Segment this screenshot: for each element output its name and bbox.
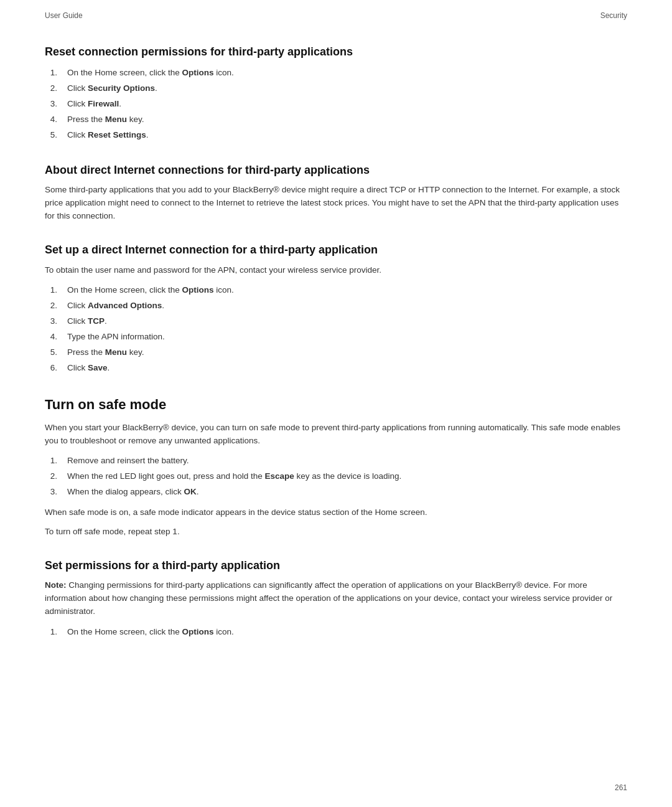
steps-set-permissions: 1.On the Home screen, click the Options … bbox=[45, 625, 627, 640]
list-item: 2.Click Security Options. bbox=[45, 81, 627, 97]
section-about-direct-internet: About direct Internet connections for th… bbox=[45, 163, 627, 223]
list-item: 1.On the Home screen, click the Options … bbox=[45, 625, 627, 640]
list-item: 5.Press the Menu key. bbox=[45, 345, 627, 361]
section-title-about-direct-internet: About direct Internet connections for th… bbox=[45, 163, 627, 177]
list-item: 4.Type the APN information. bbox=[45, 329, 627, 345]
list-item: 2.When the red LED light goes out, press… bbox=[45, 469, 627, 484]
steps-turn-on-safe-mode: 1.Remove and reinsert the battery. 2.Whe… bbox=[45, 453, 627, 500]
steps-reset-connection: 1.On the Home screen, click the Options … bbox=[45, 65, 627, 143]
list-item: 3.Click TCP. bbox=[45, 314, 627, 329]
list-item: 4.Press the Menu key. bbox=[45, 112, 627, 128]
list-item: 1.Remove and reinsert the battery. bbox=[45, 453, 627, 469]
section-set-up-direct-internet: Set up a direct Internet connection for … bbox=[45, 243, 627, 376]
section-title-set-up-direct-internet: Set up a direct Internet connection for … bbox=[45, 243, 627, 257]
list-item: 5.Click Reset Settings. bbox=[45, 128, 627, 143]
note-set-permissions: Note: Changing permissions for third-par… bbox=[45, 579, 627, 618]
header-left: User Guide bbox=[45, 11, 83, 20]
list-item: 1.On the Home screen, click the Options … bbox=[45, 65, 627, 81]
page-number: 261 bbox=[615, 783, 627, 792]
body-text-about-direct-internet: Some third-party applications that you a… bbox=[45, 184, 627, 223]
section-title-set-permissions: Set permissions for a third-party applic… bbox=[45, 559, 627, 573]
body-text-turn-on-safe-mode: When you start your BlackBerry® device, … bbox=[45, 422, 627, 448]
after-steps-1: When safe mode is on, a safe mode indica… bbox=[45, 506, 627, 519]
header-right: Security bbox=[600, 11, 627, 20]
section-title-turn-on-safe-mode: Turn on safe mode bbox=[45, 396, 627, 414]
list-item: 3.When the dialog appears, click OK. bbox=[45, 484, 627, 500]
intro-set-up-direct-internet: To obtain the user name and password for… bbox=[45, 264, 627, 277]
after-steps-2: To turn off safe mode, repeat step 1. bbox=[45, 526, 627, 539]
list-item: 3.Click Firewall. bbox=[45, 97, 627, 112]
section-reset-connection: Reset connection permissions for third-p… bbox=[45, 45, 627, 143]
list-item: 2.Click Advanced Options. bbox=[45, 298, 627, 314]
main-content: Reset connection permissions for third-p… bbox=[0, 45, 672, 640]
page-footer: 261 bbox=[615, 783, 627, 792]
list-item: 6.Click Save. bbox=[45, 361, 627, 376]
section-title-reset-connection: Reset connection permissions for third-p… bbox=[45, 45, 627, 59]
list-item: 1.On the Home screen, click the Options … bbox=[45, 283, 627, 298]
section-turn-on-safe-mode: Turn on safe mode When you start your Bl… bbox=[45, 396, 627, 539]
section-set-permissions: Set permissions for a third-party applic… bbox=[45, 559, 627, 640]
steps-set-up-direct-internet: 1.On the Home screen, click the Options … bbox=[45, 283, 627, 376]
